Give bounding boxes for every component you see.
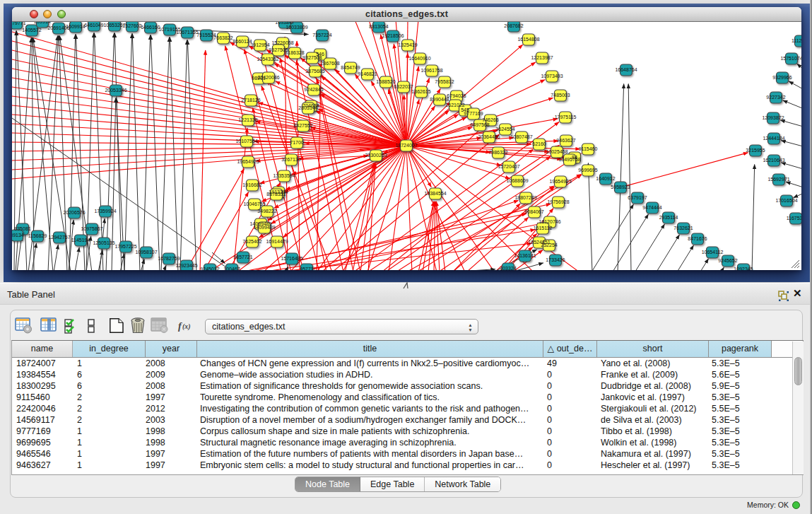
svg-text:16914479: 16914479 [266, 239, 288, 244]
svg-text:62160: 62160 [532, 141, 546, 146]
svg-text:209914: 209914 [34, 22, 50, 24]
svg-text:19654925: 19654925 [237, 159, 259, 164]
svg-text:6379197: 6379197 [628, 195, 647, 200]
svg-text:9474444: 9474444 [642, 205, 661, 210]
svg-text:95771: 95771 [300, 267, 314, 270]
svg-text:15720407: 15720407 [498, 164, 519, 169]
svg-text:10807487: 10807487 [510, 134, 532, 139]
svg-text:3912954: 3912954 [250, 42, 269, 47]
svg-text:3875685: 3875685 [305, 69, 324, 74]
svg-text:1588520: 1588520 [376, 79, 395, 84]
svg-text:19384554: 19384554 [424, 191, 446, 196]
svg-text:9146821: 9146821 [358, 71, 377, 76]
svg-text:12213987: 12213987 [531, 55, 553, 60]
svg-text:10975867: 10975867 [81, 226, 102, 231]
svg-text:10654112: 10654112 [702, 250, 724, 255]
svg-text:7485003: 7485003 [551, 93, 570, 98]
svg-text:10025458: 10025458 [546, 149, 567, 154]
svg-text:9327508: 9327508 [302, 55, 322, 60]
svg-text:2867608: 2867608 [320, 61, 339, 66]
svg-text:2087682: 2087682 [504, 23, 523, 28]
svg-text:9777169: 9777169 [464, 111, 483, 116]
svg-text:3267130: 3267130 [281, 157, 300, 162]
svg-text:15226058: 15226058 [271, 40, 293, 45]
svg-text:6497568: 6497568 [470, 122, 489, 127]
svg-text:1405572: 1405572 [22, 28, 41, 33]
svg-text:16640910: 16640910 [408, 56, 430, 61]
svg-text:1112703: 1112703 [792, 38, 801, 43]
svg-text:746266: 746266 [482, 117, 498, 122]
svg-text:16782759: 16782759 [158, 256, 180, 261]
svg-text:7357224: 7357224 [312, 33, 331, 37]
svg-text:6461049: 6461049 [84, 23, 103, 28]
svg-text:16033809: 16033809 [286, 25, 307, 30]
svg-text:19218506: 19218506 [382, 33, 404, 38]
svg-text:2935114: 2935114 [659, 215, 678, 220]
svg-text:1092345: 1092345 [734, 267, 753, 270]
svg-text:10046755: 10046755 [243, 201, 265, 206]
svg-text:1916682: 1916682 [242, 182, 261, 187]
svg-text:5958923: 5958923 [611, 185, 630, 189]
svg-text:2718126: 2718126 [241, 98, 260, 103]
svg-text:9245652: 9245652 [718, 258, 737, 263]
svg-text:9242845: 9242845 [304, 87, 323, 92]
svg-text:16210643: 16210643 [763, 158, 784, 163]
svg-text:252254: 252254 [541, 243, 557, 247]
svg-text:8471676: 8471676 [688, 236, 707, 241]
svg-text:9245012: 9245012 [200, 267, 219, 270]
svg-text:18495758: 18495758 [558, 157, 580, 162]
svg-text:1145194: 1145194 [71, 238, 90, 243]
svg-text:7663822: 7663822 [213, 35, 233, 40]
svg-text:16154808: 16154808 [517, 37, 539, 42]
svg-text:14136141: 14136141 [514, 253, 536, 258]
svg-text:8427552: 8427552 [293, 123, 312, 128]
svg-text:22420046: 22420046 [257, 75, 279, 80]
svg-text:16120746: 16120746 [539, 219, 560, 224]
svg-text:15751074: 15751074 [780, 56, 801, 61]
svg-text:13353594: 13353594 [273, 173, 295, 178]
svg-text:12505135: 12505135 [93, 240, 114, 245]
svg-text:9227342: 9227342 [766, 95, 785, 100]
svg-text:9857721: 9857721 [233, 255, 252, 259]
svg-text:1167533: 1167533 [787, 216, 801, 221]
svg-text:10107554: 10107554 [235, 139, 257, 144]
svg-text:16648764: 16648764 [615, 67, 637, 72]
svg-text:15716485: 15716485 [281, 256, 302, 261]
svg-text:12444184: 12444184 [763, 136, 784, 141]
svg-text:17975115: 17975115 [555, 115, 577, 119]
svg-text:8813054: 8813054 [369, 24, 388, 29]
svg-text:1640912: 1640912 [596, 176, 615, 181]
svg-text:3624554: 3624554 [495, 127, 514, 132]
svg-text:6322037: 6322037 [394, 84, 413, 89]
svg-text:18724007: 18724007 [395, 143, 417, 148]
svg-text:7986322: 7986322 [488, 150, 507, 155]
svg-text:17016504: 17016504 [775, 198, 797, 203]
svg-text:9699695: 9699695 [578, 168, 597, 173]
svg-text:3498222: 3498222 [257, 209, 276, 214]
svg-text:15692971: 15692971 [767, 177, 789, 182]
svg-text:1156829: 1156829 [28, 233, 47, 238]
svg-text:8660124: 8660124 [233, 39, 252, 44]
svg-text:19756928: 19756928 [547, 199, 569, 204]
svg-text:6794028: 6794028 [447, 93, 466, 98]
svg-text:1527602: 1527602 [122, 23, 141, 28]
svg-text:1221338: 1221338 [238, 117, 257, 122]
svg-text:1615112: 1615112 [534, 226, 553, 230]
svg-text:12923445: 12923445 [175, 263, 197, 268]
svg-text:20364436: 20364436 [478, 134, 500, 139]
svg-text:7625402: 7625402 [242, 239, 261, 244]
svg-text:14099489: 14099489 [253, 225, 275, 230]
svg-text:20206576: 20206576 [63, 210, 85, 215]
svg-text:3215955: 3215955 [746, 148, 765, 153]
svg-text:18807249: 18807249 [514, 195, 536, 200]
svg-text:1362615: 1362615 [411, 89, 430, 94]
svg-text:39134: 39134 [12, 233, 24, 238]
svg-text:17359924: 17359924 [94, 209, 116, 214]
svg-text:103324: 103324 [500, 266, 516, 270]
svg-text:10973493: 10973493 [541, 74, 563, 78]
svg-text:100467: 100467 [223, 267, 240, 270]
svg-text:8878332: 8878332 [266, 192, 286, 197]
svg-text:10688609: 10688609 [506, 178, 528, 183]
svg-text:1325419: 1325419 [398, 42, 417, 47]
svg-text:1733426: 1733426 [546, 257, 565, 262]
